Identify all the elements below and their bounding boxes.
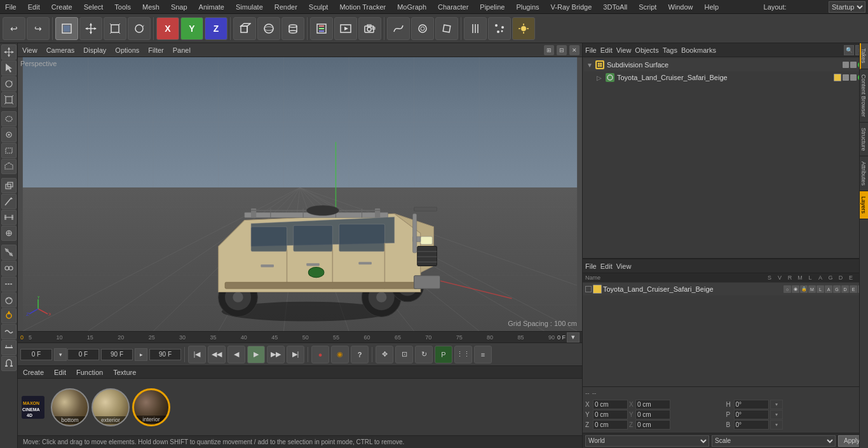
render-active-button[interactable] <box>310 17 333 40</box>
menu-create[interactable]: Create <box>49 3 75 11</box>
move-left-button[interactable] <box>1 44 17 60</box>
coord-z-input1[interactable] <box>593 420 628 430</box>
viewport-menu-filter[interactable]: Filter <box>146 46 165 54</box>
sculpt-inflate-button[interactable] <box>1 292 17 308</box>
viewport-menu-options[interactable]: Options <box>113 46 141 54</box>
y-axis-button[interactable]: Y <box>180 17 203 40</box>
attr-icon-7[interactable]: G <box>833 285 841 293</box>
attr-icon-5[interactable]: L <box>817 285 824 293</box>
hair-button[interactable] <box>464 17 487 40</box>
coord-z-input2[interactable] <box>635 420 670 430</box>
coord-y-input1[interactable] <box>593 410 628 419</box>
objects-menu-file[interactable]: File <box>585 46 597 54</box>
coord-p-spinner[interactable]: ▾ <box>770 410 783 419</box>
play-forward-button[interactable]: ▶ <box>247 346 265 363</box>
objects-menu-edit[interactable]: Edit <box>600 46 613 54</box>
x-axis-button[interactable]: X <box>156 17 179 40</box>
tab-structure[interactable]: Structure <box>860 123 868 157</box>
material-tag-icon[interactable] <box>834 74 841 81</box>
coord-x-input1[interactable] <box>593 400 628 409</box>
tab-edit[interactable]: Edit <box>51 369 69 376</box>
record-button[interactable]: ● <box>311 346 329 363</box>
viewport-menu-panel[interactable]: Panel <box>171 46 193 54</box>
playblast-button[interactable] <box>334 17 357 40</box>
jump-end-button[interactable]: ▶| <box>287 346 304 363</box>
land-cruiser-render-icon[interactable] <box>850 74 857 81</box>
scale-left-button[interactable] <box>1 92 17 107</box>
attr-icon-6[interactable]: A <box>825 285 832 293</box>
attr-checkbox[interactable] <box>585 286 592 292</box>
magnet-button[interactable] <box>1 356 17 371</box>
menu-select[interactable]: Select <box>81 3 106 11</box>
transform-snap-button[interactable]: P <box>435 346 452 363</box>
grid-button[interactable]: ⋮⋮ <box>454 346 472 363</box>
sculpt-smooth-button[interactable] <box>1 324 17 339</box>
material-bottom[interactable]: bottom <box>51 388 89 426</box>
viewport-menu-display[interactable]: Display <box>81 46 108 54</box>
attr-icon-1[interactable]: ○ <box>783 285 791 293</box>
rotate-left-button[interactable] <box>1 76 17 92</box>
tab-function[interactable]: Function <box>74 369 105 376</box>
bridge-button[interactable] <box>1 210 17 225</box>
visibility-icon[interactable] <box>843 62 849 68</box>
cube-button[interactable] <box>233 17 256 40</box>
menu-3dtoall[interactable]: 3DToAll <box>600 3 630 11</box>
edge-cut-button[interactable] <box>1 245 17 260</box>
land-cruiser-visibility-icon[interactable] <box>843 74 849 81</box>
menu-mesh[interactable]: Mesh <box>140 3 162 11</box>
move-tool-button[interactable] <box>79 17 102 40</box>
transform-button[interactable]: ✥ <box>376 346 393 363</box>
total-frame-input[interactable] <box>149 349 181 360</box>
frame-step-up-button[interactable]: ▸ <box>135 348 147 361</box>
material-interior[interactable]: interior <box>132 388 170 426</box>
attr-menu-view[interactable]: View <box>616 262 632 270</box>
camera-button[interactable] <box>358 17 381 40</box>
cylinder-button[interactable] <box>281 17 304 40</box>
menu-render[interactable]: Render <box>272 3 300 11</box>
menu-character[interactable]: Character <box>435 3 471 11</box>
tab-takes[interactable]: Takes <box>860 43 868 69</box>
help-button[interactable]: ? <box>351 346 369 363</box>
menu-mograph[interactable]: MoGraph <box>395 3 429 11</box>
menu-tools[interactable]: Tools <box>112 3 133 11</box>
coord-p-input[interactable] <box>734 410 769 419</box>
knife-button[interactable] <box>1 194 17 209</box>
step-forward-button[interactable]: ▶▶ <box>267 346 285 363</box>
menu-window[interactable]: Window <box>665 3 695 11</box>
objects-search-icon[interactable]: 🔍 <box>844 45 854 55</box>
menu-file[interactable]: File <box>3 3 19 11</box>
attr-icon-8[interactable]: D <box>841 285 849 293</box>
tree-item-subdivision-surface[interactable]: ▼ Subdivision Surface <box>584 58 867 71</box>
attr-icon-3[interactable]: 🔒 <box>800 285 808 293</box>
tab-content-browser[interactable]: Content Browser <box>860 69 868 123</box>
tab-create[interactable]: Create <box>20 369 46 376</box>
deformer-button[interactable] <box>435 17 458 40</box>
auto-key-button[interactable]: ◉ <box>331 346 349 363</box>
menu-animate[interactable]: Animate <box>196 3 227 11</box>
objects-menu-view[interactable]: View <box>616 46 632 54</box>
transform-global-button[interactable]: ↻ <box>415 346 433 363</box>
menu-vray[interactable]: V-Ray Bridge <box>548 3 595 11</box>
objects-menu-objects[interactable]: Objects <box>635 46 658 54</box>
menu-sculpt[interactable]: Sculpt <box>306 3 331 11</box>
menu-simulate[interactable]: Simulate <box>233 3 266 11</box>
end-frame-input[interactable] <box>101 349 133 360</box>
menu-plugins[interactable]: Plugins <box>513 3 541 11</box>
timeline-settings-button[interactable]: ▾ <box>567 332 580 343</box>
sculpt-flatten-button[interactable] <box>1 340 17 355</box>
sphere-button[interactable] <box>257 17 280 40</box>
play-reverse-button[interactable]: ◀ <box>227 346 245 363</box>
step-back-button[interactable]: ◀◀ <box>208 346 226 363</box>
transform-local-button[interactable]: ⊡ <box>395 346 413 363</box>
layout-select[interactable]: Startup <box>829 1 865 13</box>
lasso-button[interactable] <box>1 111 17 126</box>
material-exterior[interactable]: exterior <box>92 388 130 426</box>
attr-menu-file[interactable]: File <box>585 262 597 270</box>
viewport-maximize-icon[interactable]: ⊞ <box>544 45 554 55</box>
spline-button[interactable] <box>387 17 410 40</box>
scale-tool-button[interactable] <box>104 17 126 40</box>
current-frame-input[interactable] <box>20 349 52 360</box>
spin-button[interactable] <box>1 226 17 241</box>
attr-row-land-cruiser[interactable]: Toyota_Land_Cruiser_Safari_Beige ○ ◉ 🔒 M… <box>583 283 868 295</box>
coord-y-input2[interactable] <box>635 410 670 419</box>
